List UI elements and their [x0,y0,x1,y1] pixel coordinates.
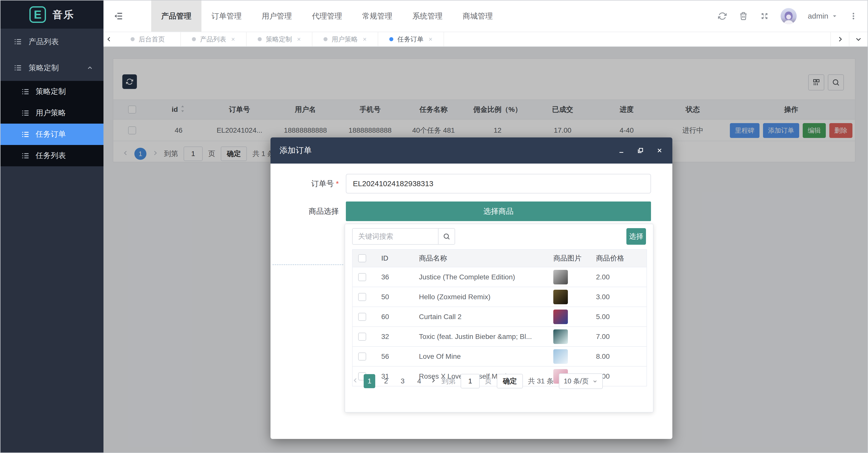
fullscreen-button[interactable] [760,11,770,21]
app-window: E 音乐 产品列表 策略定制 策略定制 用户策略 [0,0,868,453]
product-checkbox[interactable] [358,273,366,281]
product-page-2-button[interactable]: 2 [380,374,392,388]
sidebar-item-label: 策略定制 [29,63,59,73]
dashed-divider [273,264,343,265]
product-table-header: ID 商品名称 商品图片 商品价格 [352,249,647,267]
sidebar-item-strategy[interactable]: 策略定制 [0,55,103,81]
maximize-button[interactable] [637,147,644,154]
product-price: 8.00 [590,353,648,361]
top-nav: 产品管理 订单管理 用户管理 代理管理 常规管理 系统管理 商城管理 [151,0,503,32]
product-row[interactable]: 36 Justice (The Complete Edition) 2.00 [352,267,647,287]
tab-product-list[interactable]: 产品列表 × [181,32,247,46]
product-goto-confirm-button[interactable]: 确定 [497,374,523,388]
tab-close-icon[interactable]: × [231,35,235,43]
tabs-menu-button[interactable] [849,32,868,46]
keyword-search-button[interactable] [438,228,455,245]
select-all-products-checkbox[interactable] [358,254,366,262]
product-id: 60 [376,313,413,321]
product-price: 2.00 [590,273,648,281]
product-checkbox[interactable] [358,293,366,301]
product-name: Curtain Call 2 [413,313,548,321]
page-unit-label: 页 [485,376,492,386]
tab-close-icon[interactable]: × [297,35,301,43]
list-icon [13,64,22,72]
minimize-button[interactable] [618,147,625,154]
tab-close-icon[interactable]: × [429,35,432,43]
product-next-page-button[interactable] [430,377,436,385]
chevron-up-icon [86,64,93,71]
product-row[interactable]: 60 Curtain Call 2 5.00 [352,307,647,327]
sidebar-subitem-strategy[interactable]: 策略定制 [0,81,103,102]
tabs-scroll-right-button[interactable] [830,32,849,46]
topnav-item-agent[interactable]: 代理管理 [302,0,352,32]
kebab-menu-icon [849,12,858,20]
user-avatar[interactable] [781,8,797,24]
expand-icon [760,12,769,20]
tabbar: 后台首页 产品列表 × 策略定制 × 用户策略 × 任务订单 × [103,32,868,47]
album-art-image [553,309,568,324]
product-row[interactable]: 50 Hello (Zoxmeid Remix) 3.00 [352,287,647,307]
product-checkbox[interactable] [358,333,366,341]
product-prev-page-button[interactable] [352,377,359,385]
order-no-input[interactable] [346,174,651,193]
product-select-label: 商品选择 [271,202,339,221]
album-art-image [553,270,568,284]
list-icon [13,37,22,46]
sidebar: E 音乐 产品列表 策略定制 策略定制 用户策略 [0,0,103,453]
product-price: 5.00 [590,313,648,321]
product-goto-page-input[interactable] [461,374,480,388]
product-checkbox[interactable] [358,313,366,321]
product-page-3-button[interactable]: 3 [397,374,408,388]
product-picker-panel: 选择 ID 商品名称 商品图片 商品价格 36 Justice (The Com… [345,223,653,413]
sidebar-subitem-label: 任务列表 [36,151,66,161]
product-row[interactable]: 32 Toxic (feat. Justin Bieber &amp; Bl..… [352,327,647,347]
album-art-image [553,329,568,344]
keyword-search-input[interactable] [352,228,438,245]
product-name: Toxic (feat. Justin Bieber &amp; Bl... [413,333,548,341]
tabs-scroll-left-button[interactable] [103,32,115,46]
topnav-item-product[interactable]: 产品管理 [151,0,202,32]
caret-down-icon [832,13,837,19]
sidebar-item-product-list[interactable]: 产品列表 [0,29,103,55]
brand-logo-icon: E [29,6,46,23]
tab-task-orders[interactable]: 任务订单 × [378,32,444,46]
topbar-right: admin [717,0,859,32]
sidebar-subitem-task-list[interactable]: 任务列表 [0,145,103,166]
modal-header[interactable]: 添加订单 [271,138,672,163]
topnav-item-mall[interactable]: 商城管理 [453,0,503,32]
goto-label: 到第 [441,376,456,386]
brand-logo: E 音乐 [0,0,103,29]
product-id: 50 [376,293,413,301]
add-order-modal: 添加订单 订单号* 商品选择 选择商品 [271,138,672,439]
topnav-item-order[interactable]: 订单管理 [202,0,252,32]
close-button[interactable] [656,147,663,154]
sidebar-subitem-task-orders[interactable]: 任务订单 [0,124,103,145]
product-row[interactable]: 56 Love Of Mine 8.00 [352,347,647,367]
maximize-icon [637,147,644,154]
more-options-button[interactable] [848,11,859,21]
product-page-4-button[interactable]: 4 [413,374,425,388]
page-size-select[interactable]: 10 条/页 [559,373,603,389]
tab-close-icon[interactable]: × [363,35,366,43]
collapse-sidebar-button[interactable] [103,0,134,32]
product-checkbox[interactable] [358,353,366,361]
select-product-button[interactable]: 选择商品 [346,202,651,221]
product-id: 32 [376,333,413,341]
topnav-item-user[interactable]: 用户管理 [252,0,302,32]
tab-strategy[interactable]: 策略定制 × [247,32,312,46]
chevron-down-icon [592,379,598,384]
tab-dashboard[interactable]: 后台首页 [115,32,181,46]
clear-cache-button[interactable] [738,11,748,21]
product-page-1-button[interactable]: 1 [364,374,375,388]
topnav-item-general[interactable]: 常规管理 [352,0,402,32]
tab-user-strategy[interactable]: 用户策略 × [312,32,378,46]
product-pagination: 1 2 3 4 到第 页 确定 共 31 条 10 条/页 [352,372,603,390]
sidebar-subitem-label: 策略定制 [36,86,66,97]
topnav-item-system[interactable]: 系统管理 [402,0,453,32]
confirm-select-button[interactable]: 选择 [626,228,646,245]
modal-title: 添加订单 [280,145,312,156]
sidebar-subitem-user-strategy[interactable]: 用户策略 [0,102,103,124]
user-menu[interactable]: admin [808,12,837,20]
chevron-left-icon [352,377,359,384]
refresh-page-button[interactable] [717,11,727,21]
